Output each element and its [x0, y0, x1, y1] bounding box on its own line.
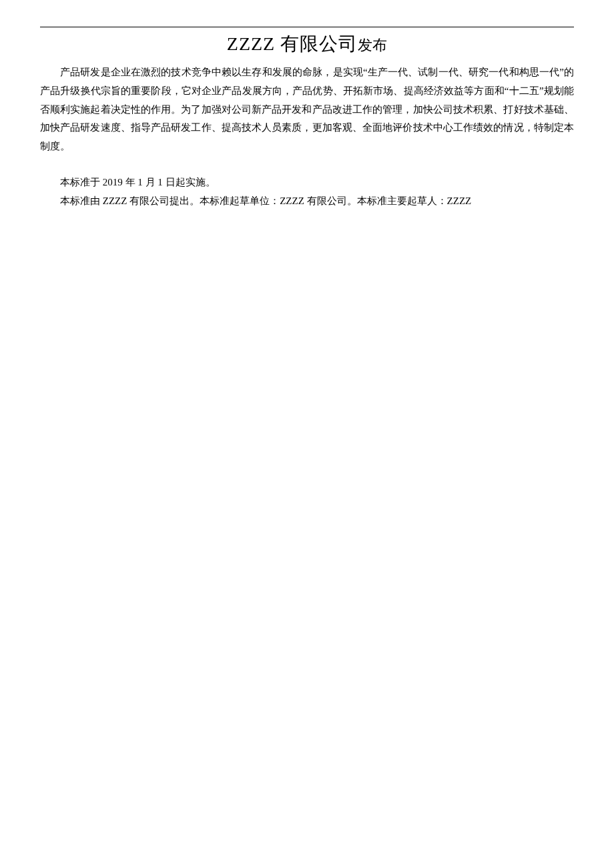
title-company: ZZZZ 有限公司 — [227, 33, 358, 54]
drafter-line: 本标准由 ZZZZ 有限公司提出。本标准起草单位：ZZZZ 有限公司。本标准主要… — [40, 192, 574, 211]
effective-date-line: 本标准于 2019 年 1 月 1 日起实施。 — [40, 173, 574, 192]
document-title: ZZZZ 有限公司发布 — [40, 31, 574, 57]
intro-paragraph: 产品研发是企业在激烈的技术竞争中赖以生存和发展的命脉，是实现“生产一代、试制一代… — [40, 63, 574, 156]
top-divider — [40, 27, 574, 27]
paragraph-gap — [40, 156, 574, 173]
title-suffix: 发布 — [358, 37, 387, 53]
